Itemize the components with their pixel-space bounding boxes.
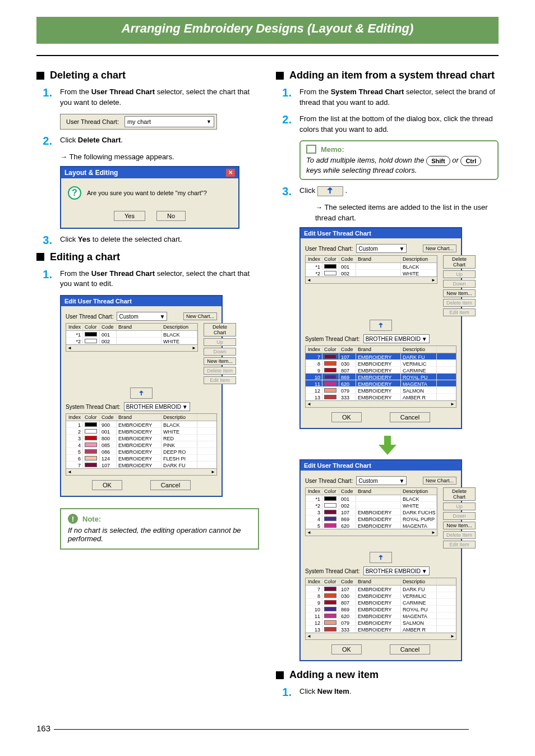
right-step-2-text: From the list at the bottom of the dialo… [299, 114, 499, 135]
horizontal-scrollbar[interactable]: ◄► [306, 633, 456, 639]
selector-field[interactable]: my chart ▼ [124, 116, 214, 127]
step-number: 3. [36, 234, 52, 246]
dialog-title: Edit User Thread Chart [301, 228, 461, 238]
table-row[interactable]: 13 333 EMBROIDERY AMBER R [306, 394, 456, 400]
ctrl-key: Ctrl [460, 156, 481, 166]
table-row[interactable]: 3 107 EMBROIDERY DARK FUCHS [306, 509, 437, 515]
step-number: 1. [36, 269, 52, 280]
step-2-result: The following message appears. [60, 152, 259, 163]
move-up-button[interactable]: 🠅 [130, 388, 153, 399]
delete-chart-button[interactable]: Delete Chart [204, 323, 236, 336]
down-button[interactable]: Down [204, 348, 236, 356]
table-row[interactable]: 4 085 EMBROIDERY PINK [66, 441, 216, 448]
system-chart-select[interactable]: BROTHER EMBROID▼ [363, 334, 430, 343]
move-up-button-inline[interactable]: 🠅 [317, 186, 343, 196]
right-step-1-text: From the System Thread Chart selector, s… [299, 87, 499, 108]
table-row[interactable]: 10 869 EMBROIDERY ROYAL PU [306, 374, 456, 380]
cancel-button[interactable]: Cancel [390, 412, 430, 422]
table-row[interactable]: 1 900 EMBROIDERY BLACK [66, 421, 216, 428]
table-row[interactable]: 9 807 EMBROIDERY CARMINE [306, 367, 456, 374]
table-row[interactable]: 10 869 EMBROIDERY ROYAL PU [306, 606, 456, 612]
edit-item-button[interactable]: Edit Item [443, 308, 476, 316]
table-row[interactable]: 7 107 EMBROIDERY DARK FU [66, 462, 216, 468]
user-chart-select[interactable]: Custom▼ [356, 476, 407, 485]
table-row[interactable]: 3 800 EMBROIDERY RED [66, 435, 216, 441]
ok-button[interactable]: OK [92, 480, 122, 490]
cancel-button[interactable]: Cancel [390, 644, 430, 654]
square-bullet-icon [276, 671, 284, 679]
new-item-step-1: Click New Item. [299, 686, 499, 697]
delete-chart-button[interactable]: Delete Chart [443, 487, 476, 501]
yes-button[interactable]: Yes [114, 211, 145, 221]
delete-item-button[interactable]: Delete Item [443, 531, 476, 539]
table-row[interactable]: *2 002 WHITE [306, 502, 437, 509]
down-button[interactable]: Down [443, 512, 476, 520]
delete-confirmation-dialog: Layout & Editing ✕ ? Are you sure you wa… [60, 166, 239, 229]
horizontal-scrollbar[interactable]: ◄► [306, 400, 456, 407]
chevron-down-icon: ▼ [206, 119, 211, 125]
table-row[interactable]: 11 620 EMBROIDERY MAGENTA [306, 612, 456, 619]
table-row[interactable]: 11 620 EMBROIDERY MAGENTA [306, 380, 456, 387]
delete-item-button[interactable]: Delete Item [204, 367, 236, 375]
move-up-button[interactable]: 🠅 [370, 552, 392, 563]
up-button[interactable]: Up [443, 270, 476, 278]
memo-title: Memo: [321, 145, 344, 154]
right-column: Adding an item from a system thread char… [276, 68, 499, 703]
square-bullet-icon [276, 72, 284, 80]
table-row[interactable]: *2 002 WHITE [66, 338, 197, 344]
horizontal-scrollbar[interactable]: ◄► [66, 344, 197, 351]
table-row[interactable]: *1 001 BLACK [66, 331, 197, 338]
table-row[interactable]: *1 001 BLACK [306, 495, 437, 502]
move-up-button[interactable]: 🠅 [370, 320, 392, 331]
dialog-title: Layout & Editing [64, 169, 118, 177]
new-chart-button[interactable]: New Chart... [423, 477, 456, 485]
table-row[interactable]: 8 030 EMBROIDERY VERMILIC [306, 592, 456, 599]
system-chart-label: System Thread Chart: [305, 568, 360, 574]
new-chart-button[interactable]: New Chart... [423, 245, 456, 252]
table-row[interactable]: 7 107 EMBROIDERY DARK FU [306, 353, 456, 360]
ok-button[interactable]: OK [331, 412, 362, 422]
table-row[interactable]: 12 079 EMBROIDERY SALMON [306, 619, 456, 626]
table-row[interactable]: 9 807 EMBROIDERY CARMINE [306, 599, 456, 606]
delete-item-button[interactable]: Delete Item [443, 299, 476, 307]
table-row[interactable]: 7 107 EMBROIDERY DARK FU [306, 586, 456, 592]
table-row[interactable]: 12 079 EMBROIDERY SALMON [306, 387, 456, 394]
user-chart-select[interactable]: Custom▼ [356, 244, 407, 253]
new-item-button[interactable]: New Item... [443, 522, 476, 529]
new-chart-button[interactable]: New Chart... [183, 312, 217, 320]
up-button[interactable]: Up [204, 338, 236, 346]
heading-text: Adding an item from a system thread char… [289, 70, 495, 81]
edit-item-button[interactable]: Edit Item [443, 541, 476, 548]
heading-text: Adding a new item [289, 669, 379, 681]
delete-chart-button[interactable]: Delete Chart [443, 255, 476, 269]
ok-button[interactable]: OK [331, 644, 362, 654]
table-row[interactable]: 5 086 EMBROIDERY DEEP RO [66, 448, 216, 455]
system-chart-select[interactable]: BROTHER EMBROID▼ [124, 402, 190, 411]
table-row[interactable]: *2 002 WHITE [306, 270, 437, 276]
user-chart-select[interactable]: Custom▼ [117, 312, 167, 321]
new-item-button[interactable]: New Item... [443, 289, 476, 297]
table-row[interactable]: *1 001 BLACK [306, 263, 437, 270]
close-icon[interactable]: ✕ [226, 169, 235, 177]
cancel-button[interactable]: Cancel [150, 480, 191, 490]
selector-value: my chart [127, 118, 151, 125]
right-step-3-text: Click 🠅 . [299, 186, 499, 196]
step-number: 1. [36, 87, 52, 98]
up-button[interactable]: Up [443, 503, 476, 510]
table-row[interactable]: 13 333 EMBROIDERY AMBER R [306, 626, 456, 633]
table-row[interactable]: 6 124 EMBROIDERY FLESH PI [66, 455, 216, 462]
horizontal-scrollbar[interactable]: ◄► [306, 529, 437, 536]
down-button[interactable]: Down [443, 280, 476, 288]
horizontal-scrollbar[interactable]: ◄► [66, 468, 216, 475]
table-row[interactable]: 8 030 EMBROIDERY VERMILIC [306, 360, 456, 367]
system-chart-select[interactable]: BROTHER EMBROID▼ [363, 566, 430, 575]
edit-item-button[interactable]: Edit Item [204, 376, 236, 384]
no-button[interactable]: No [156, 211, 186, 221]
table-row[interactable]: 5 620 EMBROIDERY MAGENTA [306, 522, 437, 529]
table-row[interactable]: 2 001 EMBROIDERY WHITE [66, 428, 216, 435]
section-deleting-chart: Deleting a chart [36, 70, 259, 81]
table-row[interactable]: 4 869 EMBROIDERY ROYAL PURP [306, 515, 437, 522]
section-editing-chart: Editing a chart [36, 251, 259, 263]
new-item-button[interactable]: New Item... [204, 357, 236, 365]
horizontal-scrollbar[interactable]: ◄► [306, 276, 437, 283]
